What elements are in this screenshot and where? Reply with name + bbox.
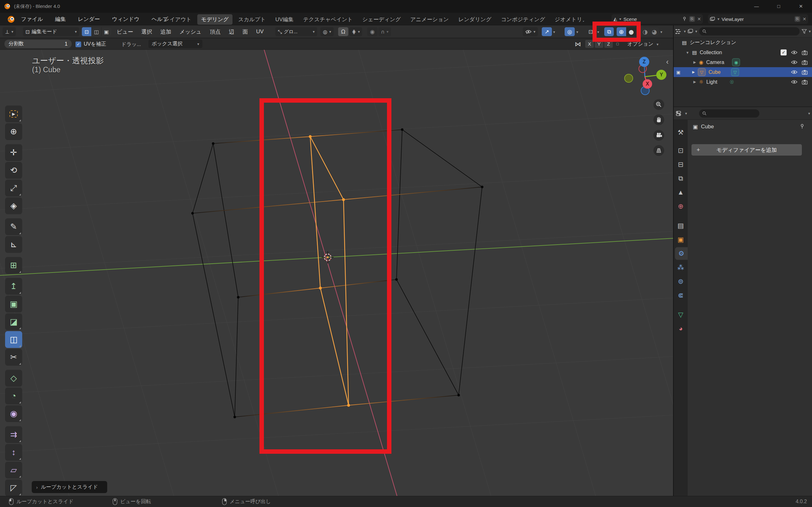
- scene-name[interactable]: Scene: [623, 16, 680, 22]
- tool-shear[interactable]: ▱: [5, 462, 22, 478]
- menu-face[interactable]: 面: [242, 28, 248, 36]
- pan-view-button[interactable]: [653, 114, 664, 125]
- tool-cursor[interactable]: ⊕: [5, 123, 22, 140]
- tab-layout[interactable]: レイアウト: [160, 14, 195, 25]
- pin-icon[interactable]: [799, 124, 805, 129]
- hide-eye-icon[interactable]: [791, 70, 798, 74]
- shading-dropdown-icon[interactable]: ▾: [660, 30, 662, 34]
- tab-world[interactable]: ⊕: [674, 200, 688, 213]
- render-camera-icon[interactable]: [802, 50, 808, 55]
- box-select-dropdown[interactable]: ボックス選択 ▾: [148, 40, 202, 48]
- selected-loop-cut[interactable]: [310, 136, 349, 405]
- show-gizmo-button[interactable]: ↗: [542, 27, 552, 36]
- tab-object-data[interactable]: ▽: [674, 308, 688, 321]
- gizmo-dropdown-icon[interactable]: ▾: [553, 30, 555, 34]
- maximize-button[interactable]: □: [768, 0, 790, 13]
- blender-menu-logo-icon[interactable]: [7, 15, 15, 23]
- edge-select-button[interactable]: ◫: [92, 27, 101, 36]
- tab-modifiers[interactable]: ⚙: [675, 247, 688, 260]
- tool-edge-slide[interactable]: ⇉: [5, 426, 22, 443]
- gizmo-x-axis[interactable]: X: [643, 79, 652, 89]
- tool-shrink-fatten[interactable]: ↕: [5, 444, 22, 461]
- outliner-editor-icon[interactable]: [675, 29, 682, 34]
- collection-disclosure-icon[interactable]: ▼: [686, 51, 689, 55]
- falloff-dropdown[interactable]: ∩ ▾: [378, 27, 391, 36]
- tab-rendering[interactable]: レンダリング: [455, 14, 495, 25]
- properties-search-input[interactable]: [699, 109, 759, 118]
- tool-poly-build[interactable]: ◇: [5, 370, 22, 387]
- tab-collection[interactable]: ▤: [674, 219, 688, 232]
- tab-physics[interactable]: ⊚: [674, 275, 688, 288]
- tool-annotate[interactable]: ✎: [5, 218, 22, 235]
- tool-rip-region[interactable]: ◸: [5, 480, 22, 496]
- outliner-editor-dropdown-icon[interactable]: ▾: [684, 29, 686, 34]
- transform-orientation-dropdown[interactable]: ⤡ グロ... ▾: [275, 27, 317, 36]
- shading-solid-button[interactable]: ●: [626, 27, 636, 36]
- gizmo-z-axis[interactable]: Z: [639, 57, 649, 67]
- filter-dropdown-icon[interactable]: ▾: [809, 29, 811, 34]
- scene-selector[interactable]: ◭ ▾ Scene ⎘ ✕: [612, 14, 703, 24]
- menu-view[interactable]: ビュー: [117, 28, 133, 36]
- menu-render[interactable]: レンダー: [77, 14, 101, 25]
- tool-add-cube[interactable]: ⊞: [5, 257, 22, 274]
- shading-rendered-button[interactable]: ◕: [650, 27, 659, 36]
- light-disclosure-icon[interactable]: ▶: [693, 80, 696, 84]
- navigation-gizmo[interactable]: Z Y X: [622, 54, 669, 97]
- menu-edit[interactable]: 編集: [54, 14, 67, 25]
- menu-file[interactable]: ファイル: [20, 14, 44, 25]
- display-mode-icon[interactable]: [688, 29, 693, 34]
- tool-extrude-region[interactable]: ↥: [5, 278, 22, 295]
- vertex-select-button[interactable]: ⊡: [82, 27, 92, 36]
- snap-target-dropdown[interactable]: ⋕ ▾: [349, 27, 362, 36]
- mesh-data-icon[interactable]: ▽: [731, 68, 739, 76]
- camera-view-button[interactable]: [653, 130, 664, 141]
- mirror-y-button[interactable]: Y: [595, 40, 603, 48]
- tool-spin[interactable]: ◔: [5, 388, 22, 404]
- zoom-view-button[interactable]: [653, 99, 664, 110]
- render-camera-icon[interactable]: [802, 70, 808, 75]
- face-select-button[interactable]: ▣: [101, 27, 111, 36]
- tool-inset-faces[interactable]: ▣: [5, 296, 22, 313]
- tool-rotate[interactable]: ⟲: [5, 162, 22, 179]
- tab-object[interactable]: ▣: [674, 233, 688, 246]
- viewlayer-selector[interactable]: ▾ ViewLayer ⎘ ✕: [708, 14, 808, 24]
- tab-material[interactable]: ◕: [674, 322, 688, 335]
- menu-mesh[interactable]: メッシュ: [180, 28, 202, 36]
- tool-smooth[interactable]: ◉: [5, 405, 22, 422]
- tab-geometry-nodes[interactable]: ジオメトリノード: [551, 14, 584, 25]
- outliner-light-row[interactable]: ▶ ☼ Light ☉: [674, 77, 812, 87]
- tool-transform[interactable]: ◈: [5, 198, 22, 214]
- ortho-toggle-button[interactable]: [653, 145, 664, 156]
- outliner-collection-row[interactable]: ▼ ▤ Collection ✓: [674, 48, 812, 57]
- menu-edge[interactable]: 辺: [229, 28, 234, 36]
- properties-editor-dropdown-icon[interactable]: ▾: [685, 111, 687, 116]
- tab-scene[interactable]: ▲: [674, 186, 688, 199]
- tool-extra-icon[interactable]: ▫: [616, 41, 619, 47]
- tab-texture-paint[interactable]: テクスチャペイント: [299, 14, 357, 25]
- object-visibility-dropdown[interactable]: ▾: [523, 27, 538, 36]
- editmode-overlay-button[interactable]: ⊡: [586, 27, 596, 36]
- 3d-viewport[interactable]: ユーザー・透視投影 (1) Cube ▶ ⊕ ✛ ⟲ ⤢ ◈ ✎ ⊾ ⊞ ↥ ▣…: [0, 50, 673, 496]
- uv-correct-checkbox[interactable]: ✓: [75, 42, 81, 47]
- scene-new-button[interactable]: ⎘: [689, 16, 695, 22]
- menu-add[interactable]: 追加: [160, 28, 171, 36]
- snap-toggle-button[interactable]: Ω: [338, 27, 348, 36]
- properties-editor-icon[interactable]: [676, 111, 682, 116]
- tab-particles[interactable]: ⁂: [674, 261, 688, 274]
- operator-redo-panel[interactable]: › ループカットとスライド: [32, 481, 107, 493]
- menu-select[interactable]: 選択: [142, 28, 152, 36]
- shading-wireframe-button[interactable]: ⊕: [617, 27, 626, 36]
- editmode-overlay-dropdown-icon[interactable]: ▾: [597, 30, 599, 34]
- outliner-camera-row[interactable]: ▶ ◉ Camera ◉: [674, 57, 812, 67]
- camera-disclosure-icon[interactable]: ▶: [693, 60, 696, 64]
- shading-material-button[interactable]: ◑: [641, 27, 650, 36]
- sidebar-collapse-arrow[interactable]: ‹: [666, 57, 669, 66]
- tool-bevel[interactable]: ◪: [5, 314, 22, 330]
- outliner-scene-collection-row[interactable]: ▤ シーンコレクション: [674, 38, 812, 48]
- hide-eye-icon[interactable]: [791, 80, 798, 84]
- tab-modeling[interactable]: モデリング: [197, 14, 233, 25]
- tool-loop-cut[interactable]: ◫: [5, 331, 22, 348]
- tool-knife[interactable]: ✂: [5, 349, 22, 366]
- hide-eye-icon[interactable]: [791, 60, 798, 64]
- menu-uv[interactable]: UV: [256, 29, 264, 35]
